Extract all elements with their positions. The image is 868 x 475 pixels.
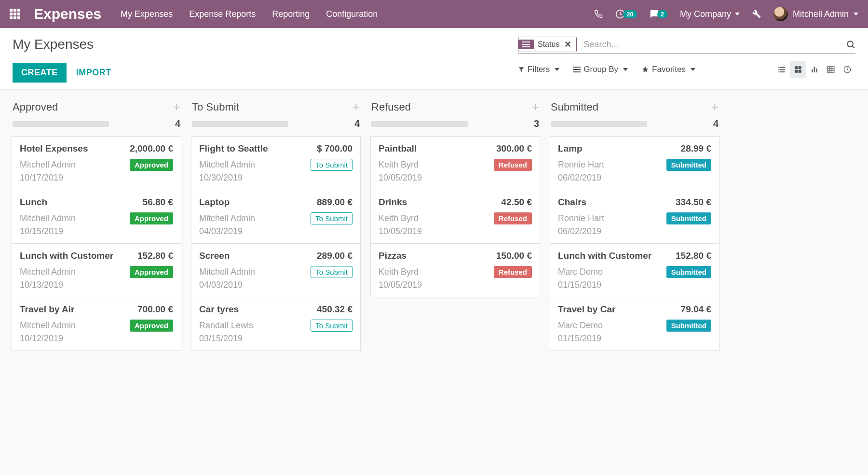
card-date: 04/03/2019 [199,226,353,237]
kanban-card[interactable]: Car tyres 450.32 € Randall Lewis To Subm… [191,297,361,351]
column-progress-bar[interactable] [551,121,647,127]
card-title: Travel by Air [20,304,74,315]
kanban-column: Submitted+4 Lamp 28.99 € Ronnie Hart Sub… [550,99,719,351]
facet-remove-icon[interactable]: ✕ [563,37,576,52]
column-progress-row: 4 [12,118,181,136]
card-date: 03/15/2019 [199,334,353,344]
column-header[interactable]: Submitted+ [550,99,719,118]
filters-button[interactable]: Filters [518,65,559,74]
menu-my-expenses[interactable]: My Expenses [121,9,173,19]
kanban-column: To Submit+4 Flight to Seattle $ 700.00 M… [191,99,361,351]
svg-rect-13 [812,70,813,72]
status-badge: Submitted [666,159,711,171]
groupby-label: Group By [583,65,618,74]
card-date: 10/17/2019 [20,173,173,183]
activity-icon[interactable]: 20 [615,9,637,19]
card-user: Mitchell Admin [199,267,255,277]
card-title: Hotel Expenses [20,143,88,154]
search-bar: Status ✕ [518,37,855,54]
favorites-button[interactable]: Favorites [641,65,695,74]
view-list-icon[interactable] [773,61,790,78]
nav-right: 20 2 My Company Mitchell Admin [594,7,858,21]
activity-badge: 20 [623,10,637,18]
kanban-card[interactable]: Chairs 334.50 € Ronnie Hart Submitted 06… [550,190,719,243]
view-activity-icon[interactable] [839,61,855,78]
kanban-card[interactable]: Lamp 28.99 € Ronnie Hart Submitted 06/02… [550,136,719,190]
card-date: 06/02/2019 [558,173,711,183]
svg-point-1 [847,41,853,47]
kanban-card[interactable]: Pizzas 150.00 € Keith Byrd Refused 10/05… [370,243,540,297]
card-title: Flight to Seattle [199,143,268,154]
view-pivot-icon[interactable] [823,61,839,78]
kanban-card[interactable]: Laptop 889.00 € Mitchell Admin To Submit… [191,190,361,243]
kanban-card[interactable]: Travel by Car 79.04 € Marc Demo Submitte… [550,297,719,351]
kanban-board: Approved+4 Hotel Expenses 2,000.00 € Mit… [0,90,868,361]
column-header[interactable]: To Submit+ [191,99,361,118]
search-icon[interactable] [846,40,855,49]
svg-rect-11 [795,70,798,73]
kanban-card[interactable]: Lunch 56.80 € Mitchell Admin Approved 10… [12,190,181,243]
column-progress-bar[interactable] [371,121,468,127]
status-badge: Approved [130,159,173,171]
chevron-down-icon [691,68,695,71]
card-amount: 450.32 € [317,304,353,315]
column-add-icon[interactable]: + [353,99,360,114]
menu-reporting[interactable]: Reporting [272,9,310,19]
kanban-card[interactable]: Lunch with Customer 152.80 € Mitchell Ad… [12,243,181,297]
card-user: Keith Byrd [379,267,419,277]
apps-icon[interactable] [10,9,20,19]
svg-rect-3 [778,67,779,68]
column-add-icon[interactable]: + [532,99,539,114]
control-panel: My Expenses CREATE IMPORT Status ✕ Filte… [0,28,868,90]
search-input[interactable] [581,38,846,52]
column-progress-bar[interactable] [13,121,109,127]
debug-icon[interactable] [752,10,761,18]
column-header[interactable]: Refused+ [370,99,540,118]
kanban-card[interactable]: Flight to Seattle $ 700.00 Mitchell Admi… [191,136,361,190]
menu-expense-reports[interactable]: Expense Reports [189,9,256,19]
status-badge: To Submit [311,212,353,224]
svg-rect-15 [816,69,817,72]
kanban-card[interactable]: Screen 289.00 € Mitchell Admin To Submit… [191,243,361,297]
menu-configuration[interactable]: Configuration [326,9,378,19]
column-count: 4 [354,118,360,129]
kanban-card[interactable]: Hotel Expenses 2,000.00 € Mitchell Admin… [12,136,181,190]
status-badge: Submitted [666,266,711,278]
view-kanban-icon[interactable] [790,61,806,78]
import-button[interactable]: IMPORT [76,68,111,78]
groupby-button[interactable]: Group By [573,65,628,74]
status-badge: To Submit [311,159,353,171]
status-badge: Refused [494,212,532,224]
card-amount: 300.00 € [496,143,532,154]
column-add-icon[interactable]: + [711,99,719,114]
card-title: Lamp [558,143,583,154]
status-badge: Submitted [666,212,711,224]
svg-rect-8 [780,71,785,72]
column-add-icon[interactable]: + [173,99,180,114]
svg-line-2 [852,46,854,48]
kanban-card[interactable]: Paintball 300.00 € Keith Byrd Refused 10… [370,136,540,190]
company-switcher[interactable]: My Company [680,9,740,19]
svg-rect-10 [799,66,801,69]
card-amount: 152.80 € [137,251,173,261]
user-name: Mitchell Admin [793,9,849,19]
kanban-card[interactable]: Drinks 42.50 € Keith Byrd Refused 10/05/… [370,190,540,243]
status-badge: Approved [130,266,173,278]
card-user: Mitchell Admin [20,160,76,170]
column-progress-bar[interactable] [192,121,288,127]
phone-icon[interactable] [594,10,603,18]
search-toolbar: Filters Group By Favorites [518,61,855,78]
discuss-badge: 2 [657,10,667,18]
card-user: Mitchell Admin [199,213,255,224]
column-header[interactable]: Approved+ [12,99,181,118]
kanban-card[interactable]: Travel by Air 700.00 € Mitchell Admin Ap… [12,297,181,351]
app-brand[interactable]: Expenses [34,6,101,22]
view-graph-icon[interactable] [806,61,823,78]
discuss-icon[interactable]: 2 [650,9,667,19]
card-date: 10/12/2019 [20,334,173,344]
create-button[interactable]: CREATE [13,63,67,83]
user-menu[interactable]: Mitchell Admin [773,7,858,21]
column-cards: Hotel Expenses 2,000.00 € Mitchell Admin… [12,136,181,351]
view-switcher [773,61,855,78]
kanban-card[interactable]: Lunch with Customer 152.80 € Marc Demo S… [550,243,719,297]
